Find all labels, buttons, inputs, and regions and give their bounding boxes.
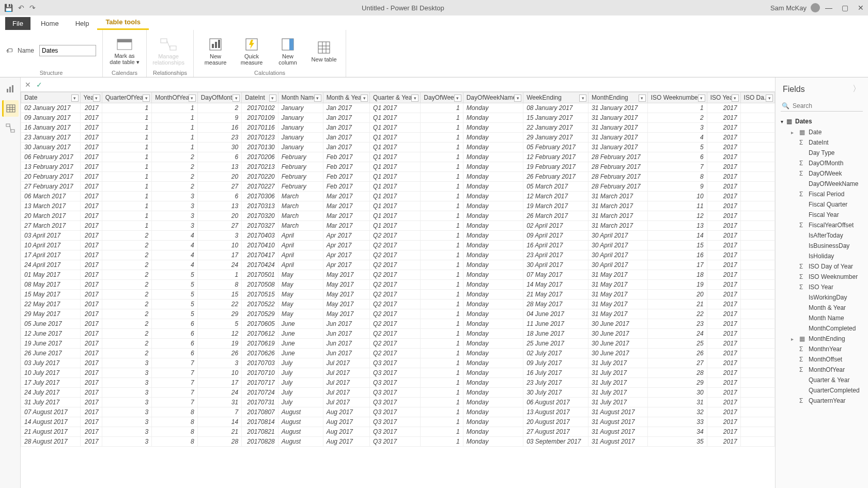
cell[interactable]: 2017: [707, 378, 740, 388]
cell[interactable]: 6: [152, 329, 198, 339]
cell[interactable]: 30 April 2017: [523, 260, 588, 270]
cell[interactable]: 09 January 2017: [21, 113, 81, 123]
cell[interactable]: 2: [102, 290, 151, 300]
cell[interactable]: 02 April 2017: [523, 221, 588, 231]
cell[interactable]: May: [278, 300, 323, 309]
cell[interactable]: 31 May 2017: [588, 280, 648, 290]
cell[interactable]: 1: [152, 103, 198, 113]
cell[interactable]: 20170821: [242, 427, 278, 437]
cell[interactable]: 6: [152, 339, 198, 349]
cell[interactable]: 1: [421, 172, 463, 182]
cell[interactable]: 23 April 2017: [523, 250, 588, 260]
cell[interactable]: Jun 2017: [323, 329, 369, 339]
cell[interactable]: 2017: [80, 349, 102, 358]
cell[interactable]: 31 July 2017: [588, 398, 648, 407]
cell[interactable]: 20170220: [242, 172, 278, 182]
cell[interactable]: 06 March 2017: [21, 192, 81, 201]
column-header[interactable]: Date▾: [21, 92, 81, 103]
cell[interactable]: 1: [421, 319, 463, 329]
cell[interactable]: 1: [421, 417, 463, 427]
cell[interactable]: Q2 2017: [370, 319, 421, 329]
cell[interactable]: 3: [197, 231, 241, 241]
cell[interactable]: 1: [421, 437, 463, 447]
cell[interactable]: 23 January 2017: [21, 133, 81, 143]
cell[interactable]: 12: [197, 329, 241, 339]
filter-dropdown-icon[interactable]: ▾: [639, 95, 646, 102]
cell[interactable]: 2017: [707, 358, 740, 368]
cell[interactable]: 5: [152, 290, 198, 300]
filter-dropdown-icon[interactable]: ▾: [579, 95, 586, 102]
filter-dropdown-icon[interactable]: ▾: [71, 95, 79, 102]
filter-dropdown-icon[interactable]: ▾: [361, 95, 368, 102]
cell[interactable]: 1: [102, 172, 151, 182]
cell[interactable]: June: [278, 319, 323, 329]
save-icon[interactable]: 💾: [4, 4, 13, 12]
cell[interactable]: 20170102: [242, 103, 278, 113]
cell[interactable]: 10: [197, 241, 241, 250]
cell[interactable]: [740, 211, 774, 221]
field-item[interactable]: ▸▦Date: [776, 127, 868, 137]
cell[interactable]: 3: [102, 407, 151, 417]
cell[interactable]: 2017: [707, 329, 740, 339]
cell[interactable]: Monday: [463, 290, 523, 300]
cell[interactable]: 17 April 2017: [21, 250, 81, 260]
close-icon[interactable]: ✕: [858, 4, 864, 12]
cell[interactable]: 17: [197, 378, 241, 388]
cell[interactable]: 5: [152, 309, 198, 319]
cell[interactable]: Monday: [463, 329, 523, 339]
cell[interactable]: Monday: [463, 368, 523, 378]
cell[interactable]: 1: [421, 143, 463, 152]
cell[interactable]: 20: [647, 290, 707, 300]
cell[interactable]: [740, 427, 774, 437]
cell[interactable]: 31 July 2017: [588, 388, 648, 398]
filter-dropdown-icon[interactable]: ▾: [143, 95, 150, 102]
cell[interactable]: Monday: [463, 270, 523, 280]
cell[interactable]: [740, 398, 774, 407]
cell[interactable]: 20170703: [242, 358, 278, 368]
cell[interactable]: 09 April 2017: [523, 231, 588, 241]
cell[interactable]: 9: [647, 182, 707, 192]
cell[interactable]: [740, 143, 774, 152]
cell[interactable]: 27: [647, 358, 707, 368]
table-row[interactable]: 17 April 20172017241720170417AprilApr 20…: [21, 250, 775, 260]
cell[interactable]: 2017: [707, 280, 740, 290]
cell[interactable]: 1: [421, 182, 463, 192]
redo-icon[interactable]: ↷: [29, 4, 36, 12]
cell[interactable]: 1: [102, 133, 151, 143]
field-item[interactable]: Month & Year: [776, 303, 868, 313]
field-item[interactable]: ΣDayOfWeek: [776, 168, 868, 179]
filter-dropdown-icon[interactable]: ▾: [269, 95, 276, 102]
cell[interactable]: May 2017: [323, 280, 369, 290]
cell[interactable]: 1: [102, 211, 151, 221]
cell[interactable]: 18 June 2017: [523, 329, 588, 339]
cell[interactable]: Q1 2017: [370, 201, 421, 211]
cell[interactable]: 2017: [80, 398, 102, 407]
cell[interactable]: 2017: [80, 152, 102, 162]
cell[interactable]: 1: [421, 368, 463, 378]
cell[interactable]: Monday: [463, 417, 523, 427]
cell[interactable]: August: [278, 437, 323, 447]
cell[interactable]: 05 February 2017: [523, 143, 588, 152]
cell[interactable]: 1: [421, 162, 463, 172]
cell[interactable]: 13 February 2017: [21, 162, 81, 172]
cell[interactable]: [740, 378, 774, 388]
cell[interactable]: February: [278, 152, 323, 162]
cell[interactable]: January: [278, 113, 323, 123]
cell[interactable]: 3: [152, 201, 198, 211]
table-row[interactable]: 24 July 20172017372420170724JulyJul 2017…: [21, 388, 775, 398]
user-label[interactable]: Sam McKay: [770, 3, 820, 12]
cell[interactable]: [740, 201, 774, 211]
cell[interactable]: Monday: [463, 192, 523, 201]
table-row[interactable]: 09 January 2017201711920170109JanuaryJan…: [21, 113, 775, 123]
table-row[interactable]: 27 February 20172017122720170227February…: [21, 182, 775, 192]
cell[interactable]: 02 January 2017: [21, 103, 81, 113]
cell[interactable]: 15 May 2017: [21, 290, 81, 300]
cell[interactable]: Monday: [463, 378, 523, 388]
cell[interactable]: Monday: [463, 123, 523, 133]
cell[interactable]: Q3 2017: [370, 437, 421, 447]
cell[interactable]: 2017: [707, 182, 740, 192]
cell[interactable]: 2017: [80, 231, 102, 241]
cell[interactable]: 23: [197, 133, 241, 143]
cell[interactable]: Monday: [463, 103, 523, 113]
cell[interactable]: 10: [647, 192, 707, 201]
